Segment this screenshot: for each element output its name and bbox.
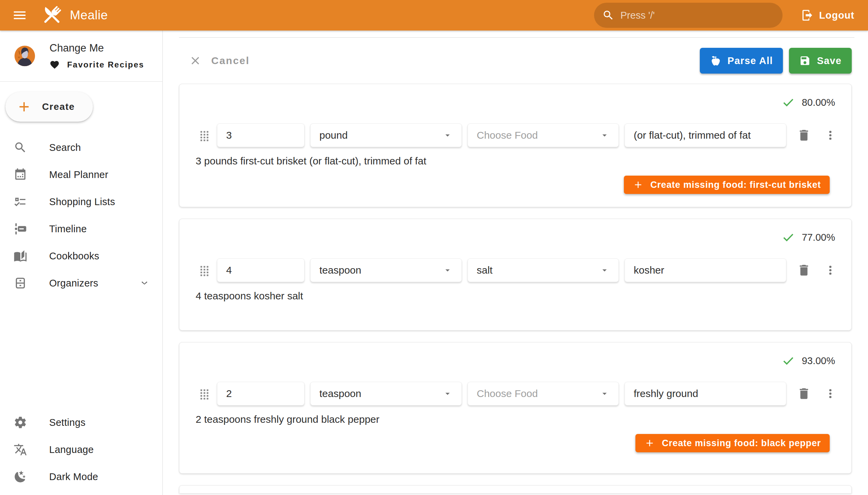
check-icon [782, 96, 795, 109]
sidebar-item-search[interactable]: Search [0, 134, 163, 161]
confidence-badge: 93.00% [782, 354, 835, 368]
sidebar: Change Me Favorite Recipes Create Search [0, 31, 163, 495]
menu-down-icon [442, 265, 453, 275]
unit-select[interactable]: teaspoon [310, 258, 462, 282]
parse-all-button[interactable]: Parse All [700, 48, 783, 73]
quantity-input[interactable] [217, 258, 305, 282]
menu-down-icon [442, 389, 453, 399]
apple-icon [710, 55, 721, 66]
unit-select[interactable]: teaspoon [310, 382, 462, 406]
plus-icon [644, 438, 655, 448]
create-button[interactable]: Create [5, 92, 93, 122]
confidence-badge: 77.00% [782, 231, 835, 244]
content-top-divider [179, 37, 854, 38]
sidebar-item-meal-planner[interactable]: Meal Planner [0, 161, 163, 188]
delete-button[interactable] [795, 385, 813, 403]
logout-icon [801, 9, 814, 22]
user-profile[interactable]: Change Me Favorite Recipes [0, 31, 163, 81]
menu-icon[interactable] [10, 6, 29, 25]
save-icon [799, 55, 811, 66]
quantity-input[interactable] [217, 382, 305, 406]
sidebar-item-language[interactable]: Language [0, 436, 163, 463]
ingredient-card: 80.00% pound Choose Food [179, 84, 852, 207]
chevron-down-icon [139, 277, 150, 289]
more-menu-button[interactable] [821, 385, 839, 403]
sidebar-item-cookbooks[interactable]: Cookbooks [0, 242, 163, 270]
ingredient-card-partial [179, 485, 852, 493]
search-icon [602, 9, 614, 21]
checklist-icon [14, 195, 27, 208]
avatar [14, 45, 36, 67]
ingredient-row: teaspoon Choose Food [180, 382, 851, 406]
drag-handle-icon[interactable] [198, 387, 211, 400]
heart-icon [50, 60, 60, 70]
drag-handle-icon[interactable] [198, 263, 211, 277]
more-menu-button[interactable] [821, 126, 839, 144]
delete-button[interactable] [795, 261, 813, 279]
note-input[interactable] [625, 382, 786, 406]
delete-button[interactable] [795, 126, 813, 144]
kebab-icon [823, 129, 837, 142]
ingredient-row: teaspoon salt [180, 258, 851, 282]
sidebar-item-timeline[interactable]: Timeline [0, 215, 163, 242]
sidebar-item-organizers[interactable]: Organizers [0, 270, 163, 297]
quantity-input[interactable] [217, 123, 305, 147]
open-book-icon [14, 249, 27, 263]
confidence-badge: 80.00% [782, 96, 835, 109]
search-input[interactable] [620, 10, 775, 21]
create-missing-food-button[interactable]: Create missing food: first-cut brisket [624, 176, 830, 194]
main-content: Cancel Parse All Save [163, 31, 868, 495]
ingredient-list: 80.00% pound Choose Food [179, 84, 852, 493]
sidebar-divider [0, 81, 163, 82]
parser-toolbar: Cancel Parse All Save [189, 47, 852, 75]
plus-icon [633, 180, 644, 190]
ingredient-card: 77.00% teaspoon salt [179, 219, 852, 330]
ingredient-row: pound Choose Food [180, 123, 851, 147]
plus-icon [16, 99, 32, 115]
gear-icon [14, 416, 27, 429]
kebab-icon [823, 387, 837, 400]
menu-down-icon [442, 130, 453, 140]
sidebar-item-settings[interactable]: Settings [0, 409, 163, 436]
food-select[interactable]: Choose Food [467, 382, 619, 406]
logout-button[interactable]: Logout [798, 3, 858, 27]
moon-icon [14, 470, 27, 483]
favorite-recipes-link[interactable]: Favorite Recipes [50, 60, 144, 70]
menu-down-icon [599, 389, 610, 399]
kebab-icon [823, 263, 837, 277]
menu-down-icon [599, 265, 610, 275]
note-input[interactable] [625, 123, 786, 147]
sidebar-item-shopping-lists[interactable]: Shopping Lists [0, 188, 163, 215]
food-select[interactable]: Choose Food [467, 123, 619, 147]
translate-icon [14, 443, 27, 456]
sidebar-item-dark-mode[interactable]: Dark Mode [0, 463, 163, 490]
menu-down-icon [599, 130, 610, 140]
trash-icon [797, 387, 811, 401]
timeline-icon [14, 222, 27, 236]
more-menu-button[interactable] [821, 261, 839, 279]
unit-select[interactable]: pound [310, 123, 462, 147]
save-button[interactable]: Save [789, 48, 852, 73]
app-title: Mealie [70, 8, 108, 22]
cabinet-icon [14, 276, 27, 290]
search-icon [14, 141, 27, 154]
food-select[interactable]: salt [467, 258, 619, 282]
cancel-button[interactable]: Cancel [189, 54, 250, 67]
check-icon [782, 231, 795, 244]
original-ingredient-text: 4 teaspoons kosher salt [195, 290, 851, 302]
note-input[interactable] [625, 258, 786, 282]
create-missing-food-button[interactable]: Create missing food: black pepper [635, 434, 830, 452]
original-ingredient-text: 3 pounds first-cut brisket (or flat-cut)… [195, 155, 851, 167]
mealie-logo-icon [41, 4, 63, 27]
global-search[interactable] [594, 3, 783, 28]
trash-icon [797, 128, 811, 142]
calendar-icon [14, 168, 27, 182]
trash-icon [797, 263, 811, 277]
app-header: Mealie Logout [0, 0, 868, 31]
close-icon [189, 54, 202, 67]
check-icon [782, 354, 795, 368]
sidebar-nav: Search Meal Planner Shopping Lists Timel… [0, 134, 163, 297]
drag-handle-icon[interactable] [198, 129, 211, 142]
original-ingredient-text: 2 teaspoons freshly ground black pepper [195, 414, 851, 425]
sidebar-footer: Settings Language Dark Mode [0, 409, 163, 490]
